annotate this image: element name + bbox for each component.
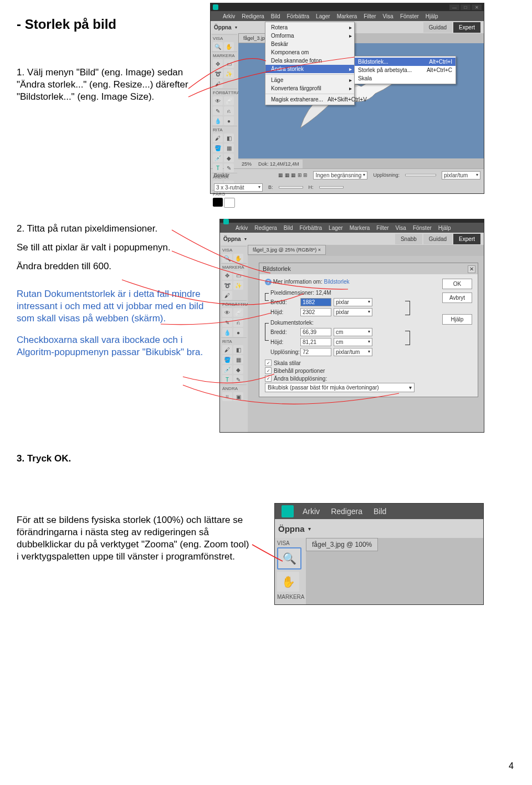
menu2-markera[interactable]: Markera bbox=[350, 225, 370, 231]
submenu-skala[interactable]: Skala bbox=[355, 74, 456, 83]
height-unit[interactable]: pixlar bbox=[334, 308, 372, 316]
menu-fonster[interactable]: Fönster bbox=[400, 13, 419, 19]
sponge-tool-icon[interactable]: ● bbox=[224, 116, 234, 125]
menu-item-lage[interactable]: Läge▸ bbox=[265, 76, 354, 84]
menu2-bild[interactable]: Bild bbox=[284, 225, 293, 231]
tab2-expert[interactable]: Expert bbox=[453, 234, 480, 244]
hand-tool-3-icon[interactable]: ✋ bbox=[277, 572, 299, 592]
doc-tab-3[interactable]: fågel_3.jpg @ 100% bbox=[306, 538, 378, 551]
menu2-fonster[interactable]: Fönster bbox=[413, 225, 432, 231]
tab2-snabb[interactable]: Snabb bbox=[395, 234, 422, 244]
sponge2-icon[interactable]: ● bbox=[233, 328, 243, 337]
check-skala[interactable]: ✓Skala stilar bbox=[265, 360, 438, 366]
shape-tool-icon[interactable]: ◆ bbox=[224, 153, 234, 162]
tab2-guidad[interactable]: Guidad bbox=[423, 234, 452, 244]
tab-expert[interactable]: Expert bbox=[453, 22, 480, 33]
doc-tab-2[interactable]: fågel_3.jpg @ 25% (RGB/8*) × bbox=[248, 245, 326, 255]
docwidth-input[interactable]: 66,39 bbox=[300, 328, 331, 336]
hand-tool2-icon[interactable]: ✋ bbox=[233, 254, 243, 263]
recompose2-icon[interactable]: ▣ bbox=[233, 392, 243, 401]
lasso2-icon[interactable]: ➰ bbox=[222, 281, 232, 290]
res-unit-dlg[interactable]: pixlar/tum bbox=[334, 348, 372, 356]
move-tool-icon[interactable]: ✥ bbox=[213, 59, 223, 68]
brush-tool-icon[interactable]: 🖌 bbox=[213, 134, 223, 142]
avbryt-button[interactable]: Avbryt bbox=[442, 293, 472, 303]
wand-tool-icon[interactable]: ✨ bbox=[224, 69, 234, 78]
open3-button[interactable]: Öppna bbox=[278, 524, 305, 533]
gradient2-icon[interactable]: ▦ bbox=[233, 355, 243, 364]
more-info-link[interactable]: Bildstorlek bbox=[324, 279, 349, 285]
bucket-tool-icon[interactable]: 🪣 bbox=[213, 143, 223, 152]
menu-item-beskar[interactable]: Beskär bbox=[265, 40, 354, 48]
menu-item-konvertera[interactable]: Konvertera färgprofil▸ bbox=[265, 84, 354, 93]
algorithm-select[interactable]: Bikubisk (passar bäst för mjuka övertoni… bbox=[265, 383, 415, 392]
quick-select-icon[interactable]: 🖌 bbox=[213, 79, 223, 88]
menu-bild[interactable]: Bild bbox=[271, 13, 280, 19]
menu2-forbattra[interactable]: Förbättra bbox=[300, 225, 323, 231]
tab-guidad[interactable]: Guidad bbox=[423, 22, 452, 33]
height-input[interactable]: 2302 bbox=[300, 308, 331, 316]
menu3-redigera[interactable]: Redigera bbox=[331, 507, 362, 516]
check-upplosning[interactable]: ✓Ändra bildupplösning: bbox=[265, 375, 438, 382]
open2-button[interactable]: Öppna bbox=[223, 236, 241, 242]
resolution-unit[interactable]: pixlar/tum bbox=[442, 171, 480, 179]
check-proportioner[interactable]: ✓Bibehåll proportioner bbox=[265, 367, 438, 374]
hand-tool-icon[interactable]: ✋ bbox=[224, 42, 234, 51]
b-input[interactable] bbox=[279, 186, 303, 188]
menu2-lager[interactable]: Lager bbox=[329, 225, 343, 231]
move2-icon[interactable]: ✥ bbox=[222, 271, 232, 280]
zoom-tool-icon[interactable]: 🔍 bbox=[213, 42, 223, 51]
qselect2-icon[interactable]: 🖌 bbox=[222, 291, 232, 300]
bucket2-icon[interactable]: 🪣 bbox=[222, 355, 232, 364]
docwidth-unit[interactable]: cm bbox=[334, 328, 372, 336]
ok-button[interactable]: OK bbox=[442, 279, 472, 289]
docheight-input[interactable]: 81,21 bbox=[300, 338, 331, 346]
docheight-unit[interactable]: cm bbox=[334, 338, 372, 346]
eyedropper-icon[interactable]: 💉 bbox=[213, 153, 223, 162]
smart2-icon[interactable]: ✎ bbox=[222, 318, 232, 327]
minimize-button[interactable]: — bbox=[449, 4, 459, 10]
marquee-tool-icon[interactable]: ▭ bbox=[224, 59, 234, 68]
width-input[interactable]: 1882 bbox=[300, 298, 331, 306]
redeye2-icon[interactable]: 👁 bbox=[222, 308, 232, 317]
heal-tool-icon[interactable]: 🩹 bbox=[224, 96, 234, 105]
menu2-filter[interactable]: Filter bbox=[376, 225, 388, 231]
eraser-tool-icon[interactable]: ◧ bbox=[224, 134, 234, 142]
menu2-hjalp[interactable]: Hjälp bbox=[438, 225, 451, 231]
menu3-arkiv[interactable]: Arkiv bbox=[303, 507, 320, 516]
blur2-icon[interactable]: 💧 bbox=[222, 328, 232, 337]
crop2-icon[interactable]: ⌗ bbox=[222, 392, 232, 401]
menu-forbattra[interactable]: Förbättra bbox=[287, 13, 310, 19]
fg-color-swatch[interactable] bbox=[213, 198, 223, 207]
maximize-button[interactable]: □ bbox=[461, 4, 470, 10]
menu-item-magisk[interactable]: Magisk extraherare...Alt+Skift+Ctrl+V bbox=[265, 95, 354, 104]
close-button[interactable]: ✕ bbox=[472, 4, 482, 10]
width-unit[interactable]: pixlar bbox=[334, 298, 372, 306]
heal2-icon[interactable]: 🩹 bbox=[233, 308, 243, 317]
menu-redigera[interactable]: Redigera bbox=[242, 13, 264, 19]
open-button[interactable]: Öppna bbox=[214, 24, 232, 30]
submenu-arbetsyta[interactable]: Storlek på arbetsyta...Alt+Ctrl+C bbox=[355, 66, 456, 74]
redeye-tool-icon[interactable]: 👁 bbox=[213, 96, 223, 105]
menu-lager[interactable]: Lager bbox=[316, 13, 330, 19]
gradient-tool-icon[interactable]: ▦ bbox=[224, 143, 234, 152]
menu-filter[interactable]: Filter bbox=[364, 13, 376, 19]
smart-brush-icon[interactable]: ✎ bbox=[213, 106, 223, 115]
menu-item-komponera[interactable]: Komponera om bbox=[265, 48, 354, 57]
lasso-tool-icon[interactable]: ➰ bbox=[213, 69, 223, 78]
bound-select[interactable]: Ingen begränsning bbox=[313, 171, 367, 179]
menu2-redigera[interactable]: Redigera bbox=[254, 225, 277, 231]
menu-arkiv[interactable]: Arkiv bbox=[223, 13, 235, 19]
dialog-close[interactable]: ✕ bbox=[468, 265, 475, 273]
text-tool-icon[interactable]: T bbox=[213, 163, 223, 172]
pencil2-icon[interactable]: ✎ bbox=[233, 375, 243, 384]
marquee2-icon[interactable]: ▭ bbox=[233, 271, 243, 280]
eraser2-icon[interactable]: ◧ bbox=[233, 345, 243, 354]
clone2-icon[interactable]: ⎌ bbox=[233, 318, 243, 327]
eyedrop2-icon[interactable]: 💉 bbox=[222, 365, 232, 374]
menu-item-omforma[interactable]: Omforma▸ bbox=[265, 32, 354, 40]
resolution-input[interactable] bbox=[405, 174, 436, 176]
h-input[interactable] bbox=[319, 186, 344, 188]
menu-item-rotera[interactable]: Rotera▸ bbox=[265, 23, 354, 32]
resolution-input-dlg[interactable]: 72 bbox=[300, 348, 331, 356]
